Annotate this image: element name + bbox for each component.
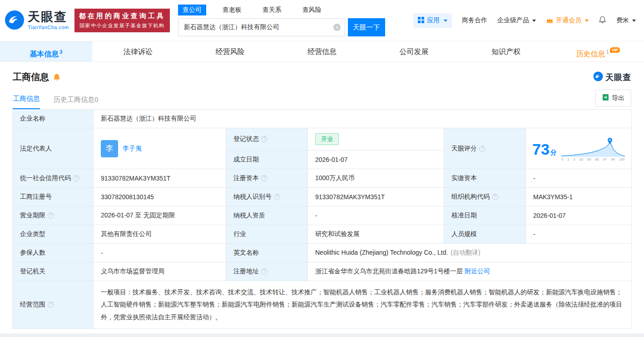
business-term-label: 营业期限 [13, 206, 94, 225]
table-row: 营业期限 2026-01-07 至 无固定期限 纳税人资质 - 核准日期 202… [13, 206, 632, 225]
table-row: 工商注册号 330782008130145 纳税人识别号 91330782MAK… [13, 188, 632, 206]
taxpayer-id-value: 91330782MAK3YM351T [308, 188, 444, 206]
chevron-down-icon [632, 20, 636, 22]
apps-menu[interactable]: 应用 [413, 13, 452, 28]
tab-operation-risk[interactable]: 经营风险 [184, 41, 276, 61]
watermark-logo: 天眼查 [593, 71, 631, 83]
tab-history-info[interactable]: 历史信息1VIP [552, 41, 644, 61]
score-distribution-chart: 0131550859799100 [561, 137, 625, 161]
establish-date-label: 成立日期 [226, 151, 308, 169]
bottom-divider [0, 333, 644, 337]
export-button[interactable]: 导出 [595, 90, 631, 106]
help-icon[interactable] [492, 194, 498, 200]
reg-authority-value: 义乌市市场监督管理局 [94, 262, 226, 281]
brand-name: 天眼查 [28, 11, 69, 23]
english-name-label: 英文名称 [226, 244, 308, 262]
industry-label: 行业 [226, 225, 308, 244]
tianyancha-logo[interactable]: 天眼查 TianYanCha.com [5, 10, 69, 31]
score-number: 73分 [532, 141, 557, 157]
credit-code-value: 91330782MAK3YM351T [94, 169, 226, 188]
username: 费米 [616, 16, 629, 25]
industry-value: 研究和试验发展 [308, 225, 444, 244]
org-code-value: MAK3YM35-1 [526, 188, 632, 206]
credit-code-label: 统一社会信用代码 [13, 169, 94, 188]
reg-authority-label: 登记机关 [13, 262, 94, 281]
tab-company-development[interactable]: 公司发展 [368, 41, 460, 61]
crown-icon [546, 17, 554, 25]
business-scope-value: 一般项目：技术服务、技术开发、技术咨询、技术交流、技术转让、技术推广；智能机器人… [94, 281, 632, 329]
reg-number-label: 工商注册号 [13, 188, 94, 206]
top-header: 天眼查 TianYanCha.com 都在用的商业查询工具 国家中小企业发展子基… [0, 0, 644, 41]
slogan-line1: 都在用的商业查询工具 [79, 12, 165, 20]
reg-capital-value: 1000万人民币 [308, 169, 444, 188]
company-name-value: 新石器慧达（浙江）科技有限公司 [94, 110, 632, 128]
company-type-value: 其他有限责任公司 [94, 225, 226, 244]
subtab-history-business-info[interactable]: 历史工商信息0 [54, 96, 98, 109]
reg-address-value: 浙江省金华市义乌市北苑街道春晗路129号1号楼一层 附近公司 [308, 262, 632, 281]
business-info-table: 企业名称 新石器慧达（浙江）科技有限公司 法定代表人 李 李子夷 登记状态 开业… [12, 109, 632, 329]
tab-intellectual-property[interactable]: 知识产权 [460, 41, 552, 61]
search-tabs: 查公司 查老板 查关系 查风险 [178, 5, 385, 15]
clear-search-icon[interactable] [333, 24, 341, 31]
tab-legal-litigation[interactable]: 法律诉讼 [92, 41, 184, 61]
help-icon[interactable] [73, 175, 79, 181]
insured-count-label: 参保人数 [13, 244, 94, 262]
search-tab-boss[interactable]: 查老板 [218, 5, 246, 15]
page-title: 工商信息 [13, 71, 49, 83]
notification-bell-icon[interactable] [599, 16, 606, 25]
search-tab-company[interactable]: 查公司 [178, 5, 206, 15]
score-label: 天眼评分 [444, 128, 526, 169]
table-row: 参保人数 - 英文名称 Neolithic Huida (Zhejiang) T… [13, 244, 632, 262]
section-head: 工商信息 天眼查 [13, 71, 631, 83]
company-section-tabs: 基本信息3 法律诉讼 经营风险 经营信息 公司发展 知识产权 历史信息1VIP [0, 41, 644, 62]
score-value: 73分 0131550859799100 [526, 128, 632, 169]
paid-capital-label: 实缴资本 [444, 169, 526, 188]
watermark-logo-icon [593, 71, 603, 83]
search-block: 查公司 查老板 查关系 查风险 天眼一下 [178, 5, 385, 36]
subscribe-bell-icon[interactable] [53, 73, 61, 81]
help-icon[interactable] [261, 268, 268, 275]
help-icon[interactable] [274, 194, 280, 200]
reg-number-value: 330782008130145 [94, 188, 226, 206]
table-row: 企业名称 新石器慧达（浙江）科技有限公司 [13, 110, 632, 128]
search-input[interactable] [178, 18, 345, 36]
brand-slogan-badge: 都在用的商业查询工具 国家中小企业发展子基金旗下机构 [74, 9, 170, 32]
search-tab-risk[interactable]: 查风险 [298, 5, 326, 15]
reg-status-label: 登记状态 [226, 128, 308, 151]
table-row: 统一社会信用代码 91330782MAK3YM351T 注册资本 1000万人民… [13, 169, 632, 188]
reg-address-label: 注册地址 [226, 262, 308, 281]
tianyancha-logo-icon [5, 10, 25, 31]
search-button[interactable]: 天眼一下 [348, 18, 385, 36]
search-tab-relation[interactable]: 查关系 [258, 5, 286, 15]
enterprise-products-menu[interactable]: 企业级产品 [497, 16, 536, 25]
reg-status-value: 开业 [308, 128, 444, 151]
grid-icon [418, 17, 424, 25]
export-icon [602, 94, 609, 102]
nearby-companies-link[interactable]: 附近公司 [465, 267, 490, 275]
open-vip-menu[interactable]: 开通会员 [546, 16, 589, 25]
legal-rep-value: 李 李子夷 [94, 128, 226, 169]
company-name-label: 企业名称 [13, 110, 94, 128]
user-menu[interactable]: 费米 [616, 16, 636, 25]
staff-size-label: 人员规模 [444, 225, 526, 244]
chevron-down-icon [585, 20, 589, 22]
help-icon[interactable] [48, 212, 54, 219]
help-icon[interactable] [48, 302, 54, 308]
table-row: 登记机关 义乌市市场监督管理局 注册地址 浙江省金华市义乌市北苑街道春晗路129… [13, 262, 632, 281]
taxpayer-quality-value: - [308, 206, 444, 225]
insured-count-value: - [94, 244, 226, 262]
help-icon[interactable] [261, 136, 268, 142]
business-cooperation-link[interactable]: 商务合作 [462, 16, 487, 25]
subtab-business-info[interactable]: 工商信息 [13, 95, 40, 109]
tab-basic-info[interactable]: 基本信息3 [0, 41, 92, 61]
help-icon[interactable] [479, 146, 485, 152]
brand-domain: TianYanCha.com [28, 25, 69, 30]
reg-capital-label: 注册资本 [226, 169, 308, 188]
legal-rep-link[interactable]: 李子夷 [123, 145, 142, 153]
english-name-value: Neolithic Huida (Zhejiang) Technology Co… [308, 244, 632, 262]
tab-operation-info[interactable]: 经营信息 [276, 41, 368, 61]
help-icon[interactable] [261, 175, 268, 181]
taxpayer-id-label: 纳税人识别号 [226, 188, 308, 206]
chevron-down-icon [532, 20, 536, 22]
legal-rep-avatar[interactable]: 李 [101, 140, 118, 157]
